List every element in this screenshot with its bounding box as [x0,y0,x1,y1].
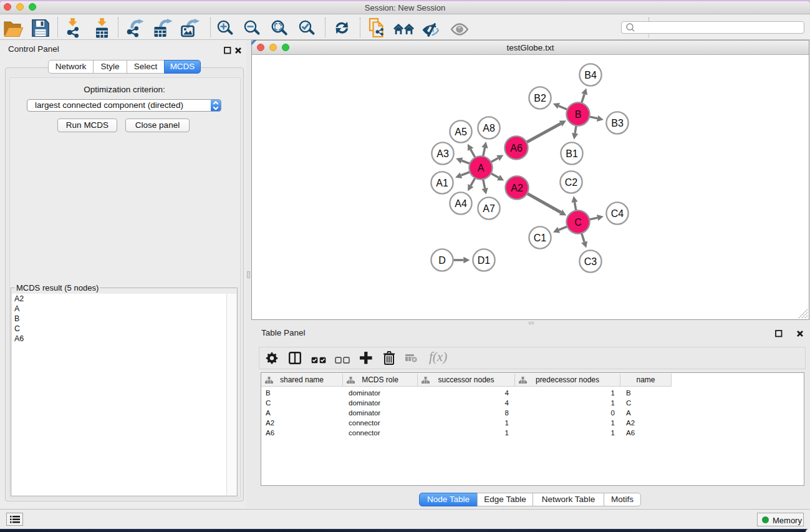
svg-text:B4: B4 [584,70,597,80]
svg-text:C2: C2 [565,177,578,188]
svg-text:A5: A5 [455,127,467,137]
svg-text:A7: A7 [483,203,495,214]
svg-text:A8: A8 [483,123,495,133]
svg-text:A2: A2 [511,183,523,193]
svg-text:B: B [575,109,582,120]
svg-text:C3: C3 [584,256,597,267]
svg-text:C4: C4 [611,208,624,219]
svg-text:D: D [438,255,446,266]
svg-text:B3: B3 [611,118,624,128]
svg-text:D1: D1 [478,255,491,266]
svg-text:B2: B2 [534,93,546,104]
svg-text:A6: A6 [510,143,523,153]
svg-text:A: A [478,163,485,173]
svg-text:B1: B1 [566,148,578,159]
svg-text:A3: A3 [436,148,449,159]
svg-text:C1: C1 [534,233,547,243]
svg-text:C: C [574,217,582,228]
svg-text:A1: A1 [436,178,448,188]
svg-text:A4: A4 [455,198,467,209]
